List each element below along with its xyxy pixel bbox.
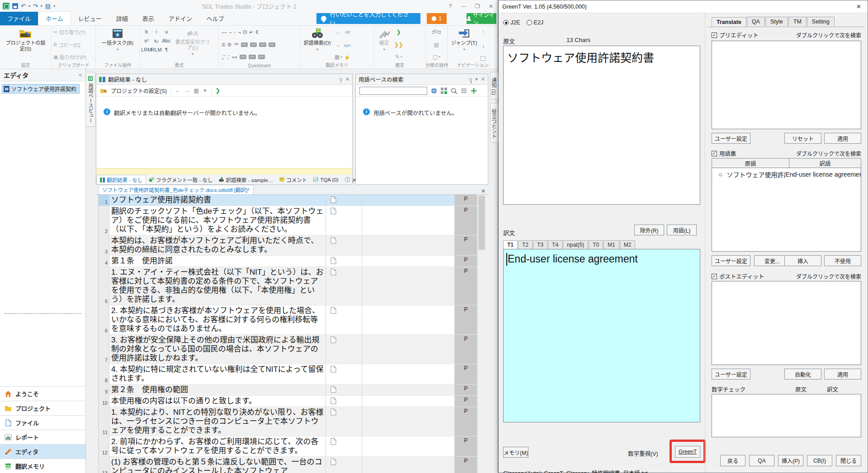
segment-row[interactable]: 2 翻訳のチェックソフト「色deチェック」（以下、本ソフトウェア）をご使用になる… bbox=[99, 206, 477, 235]
segment-row[interactable]: 4 第１条 使用許諾 P bbox=[99, 256, 477, 267]
postedit-auto-button[interactable]: 自動化 bbox=[784, 369, 821, 379]
target-tab[interactable]: M2 bbox=[620, 240, 636, 249]
collapse-sidebar-icon[interactable]: < bbox=[79, 72, 82, 78]
target-textbox[interactable]: End-user license agreement bbox=[503, 249, 700, 422]
segment-row[interactable]: 6 2. 本契約に基づきお客様が本ソフトウェアを使用した場合、いかなる意味におい… bbox=[99, 305, 477, 335]
preedit-listbox[interactable] bbox=[712, 41, 861, 129]
tab-tqa[interactable]: TQA (0) bbox=[310, 175, 341, 184]
target-tab[interactable]: T2 bbox=[518, 240, 533, 249]
quickinsert-button[interactable]: <> bbox=[249, 55, 255, 59]
glossary-entry-row[interactable]: ○ ソフトウェア使用許諾契約書 End-user license agreeme… bbox=[712, 168, 861, 181]
ribbon-tab[interactable]: 表示 bbox=[135, 12, 161, 25]
ribbon-tab[interactable]: ヘルプ bbox=[199, 12, 231, 25]
format-button[interactable]: LRM bbox=[141, 47, 151, 52]
glossary-checkbox[interactable]: ✓ bbox=[712, 151, 717, 156]
greent-close-dialog-button[interactable]: 閉じる bbox=[836, 455, 861, 466]
quickinsert-button[interactable]: <> bbox=[258, 55, 265, 59]
ribbon-tab[interactable]: 詳細 bbox=[109, 12, 135, 25]
preview-icon[interactable]: ▤ bbox=[45, 3, 51, 9]
quickinsert-button[interactable]: © bbox=[222, 42, 225, 47]
undo-caret-icon[interactable]: ▾ bbox=[28, 4, 30, 8]
back-button[interactable]: 戻る bbox=[720, 455, 745, 466]
tab-concordance[interactable]: 訳語検索 - sample… bbox=[216, 175, 276, 184]
grid-scrollbar[interactable] bbox=[477, 195, 486, 473]
nav-item-files[interactable]: ファイル bbox=[0, 415, 85, 430]
next-match-icon[interactable]: → bbox=[335, 41, 341, 49]
segment-source-cell[interactable]: 2. 前項にかかわらず、お客様のご利用環境に応じて、次の各号に従って本ソフトウェ… bbox=[109, 436, 326, 456]
glossary-user-settings-button[interactable]: ユーザー設定 bbox=[712, 255, 750, 266]
quickinsert-button[interactable]: - bbox=[234, 29, 236, 35]
next-row-icon[interactable]: ↓ bbox=[482, 42, 485, 50]
format-button[interactable]: i bbox=[156, 29, 157, 34]
segment-target-cell[interactable] bbox=[362, 195, 455, 206]
digit-priority-label[interactable]: 数字重視(V) bbox=[628, 449, 658, 458]
segment-target-cell[interactable] bbox=[362, 407, 455, 436]
format-button[interactable]: u bbox=[165, 29, 168, 34]
memory-button[interactable]: メモリ(M) bbox=[503, 447, 528, 458]
quickinsert-button[interactable]: – bbox=[229, 29, 231, 35]
format-button[interactable]: Abc bbox=[162, 38, 170, 43]
ribbon-tab[interactable]: ホーム bbox=[38, 11, 71, 25]
results-project-settings-button[interactable]: プロジェクトの設定(S) bbox=[111, 87, 167, 94]
nav-item-reports[interactable]: レポート bbox=[0, 430, 85, 444]
quickinsert-button[interactable]: ™ bbox=[234, 42, 239, 47]
tab-translation-results[interactable]: 翻訳結果 - なし bbox=[96, 175, 146, 184]
quickinsert-button[interactable]: «» bbox=[232, 54, 237, 60]
panel-close-icon[interactable]: ✕ bbox=[481, 76, 485, 82]
segment-source-cell[interactable]: 第１条 使用許諾 bbox=[109, 256, 326, 267]
segment-source-cell[interactable]: (1) お客様の管理のもと第５条に違反しない範囲で、一台のコンピュータにのみイン… bbox=[109, 457, 326, 473]
format-button[interactable]: b bbox=[145, 29, 148, 34]
greent-tab[interactable]: QA bbox=[747, 17, 765, 26]
segment-source-cell[interactable]: 第２条 使用権の範囲 bbox=[109, 384, 326, 395]
tell-me-search[interactable]: 行いたいことを入力してください... bbox=[316, 13, 420, 24]
tips-vtab[interactable]: 役立つヒント bbox=[490, 103, 498, 143]
project-settings-button[interactable]: プロジェクトの設定(S) bbox=[2, 27, 49, 62]
exclude-button[interactable]: 除外(R) bbox=[634, 225, 664, 235]
segment-row[interactable]: 1 ソフトウェア使用許諾契約書 P bbox=[99, 195, 477, 206]
edit-source-icon[interactable]: ✎▾ bbox=[395, 53, 402, 61]
glossary-listbox[interactable]: ○ ソフトウェア使用許諾契約書 End-user license agreeme… bbox=[712, 168, 861, 252]
target-tab[interactable]: T3 bbox=[533, 240, 547, 249]
quickinsert-button[interactable]: <> bbox=[259, 42, 266, 47]
segment-row[interactable]: 11 1. 本契約により、NITとの特別な取り決めがない限り、お客様は、一ライセ… bbox=[99, 407, 477, 436]
quickinsert-button[interactable]: — bbox=[222, 29, 226, 35]
tree-item-document[interactable]: W ソフトウェア使用許諾契約 bbox=[2, 84, 80, 94]
glossary-insert-button[interactable]: 挿入 bbox=[784, 255, 821, 266]
notification-badge[interactable]: 1 bbox=[427, 13, 447, 24]
qa-button[interactable]: QA bbox=[749, 455, 774, 466]
quickinsert-button[interactable]: € bbox=[255, 29, 258, 35]
segment-source-cell[interactable]: 4. 本契約に特に規定されていない権利は全てNITによって留保されます。 bbox=[109, 364, 326, 384]
quickinsert-button[interactable]: O bbox=[243, 29, 247, 35]
format-button[interactable]: RLM bbox=[151, 47, 161, 52]
glossary-target-column-header[interactable]: 訳語 bbox=[789, 158, 861, 168]
segment-row[interactable]: 13 (1) お客様の管理のもと第５条に違反しない範囲で、一台のコンピュータにの… bbox=[99, 457, 477, 473]
merge-segment-icon[interactable]: ▤ bbox=[434, 41, 439, 49]
target-tab[interactable]: npat(5) bbox=[563, 240, 588, 249]
segment-target-cell[interactable] bbox=[362, 235, 455, 255]
postedit-apply-button[interactable]: 適用 bbox=[824, 369, 861, 379]
nav-item-projects[interactable]: プロジェクト bbox=[0, 401, 85, 415]
preedit-apply-button[interactable]: 適用 bbox=[824, 133, 861, 144]
format-button[interactable]: x² bbox=[144, 38, 148, 43]
segment-lock-icon[interactable]: ▢▾ bbox=[433, 53, 440, 61]
sort-az-icon[interactable]: A︎z bbox=[345, 28, 350, 36]
save-icon[interactable] bbox=[12, 3, 18, 9]
segment-target-cell[interactable] bbox=[362, 305, 455, 334]
segment-target-cell[interactable] bbox=[362, 335, 455, 364]
target-tab[interactable]: T4 bbox=[548, 240, 562, 249]
segment-source-cell[interactable]: 本使用権の内容は以下の通りと致します。 bbox=[109, 396, 326, 407]
nav-item-welcome[interactable]: ようこそ bbox=[0, 386, 85, 401]
cut-button[interactable]: ✂切り取り(T) bbox=[53, 28, 94, 36]
termbase-search-input[interactable] bbox=[359, 87, 427, 95]
help-button[interactable]: ? bbox=[443, 0, 457, 12]
quickinsert-button[interactable]: <> bbox=[241, 42, 248, 47]
segment-row[interactable]: 10 本使用権の内容は以下の通りと致します。 P bbox=[99, 396, 477, 407]
sort-az-add-icon[interactable]: Az+ bbox=[344, 42, 351, 50]
panel-close-icon[interactable]: ✕ bbox=[345, 76, 349, 82]
segment-row[interactable]: 3 本契約は、お客様が本ソフトウェアご利用いただく時点で、本契約の締結に同意され… bbox=[99, 235, 477, 256]
glossary-unused-button[interactable]: 不使用 bbox=[824, 255, 861, 266]
preedit-checkbox[interactable]: ✓ bbox=[712, 33, 717, 38]
segment-source-cell[interactable]: 2. 本契約に基づきお客様が本ソフトウェアを使用した場合、いかなる意味においても… bbox=[109, 305, 326, 334]
segment-target-cell[interactable] bbox=[362, 267, 455, 305]
termbase-list-icon[interactable] bbox=[461, 88, 467, 94]
